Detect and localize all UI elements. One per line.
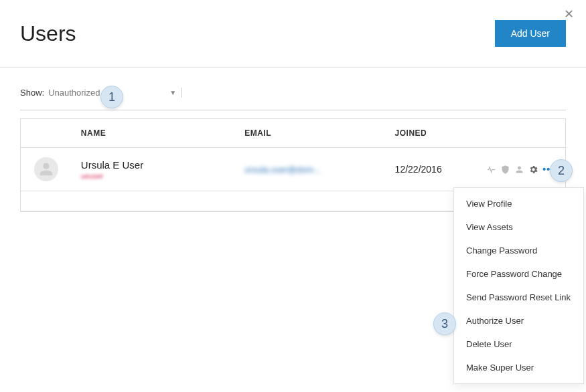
page-header: Users Add User — [0, 0, 586, 67]
menu-change-password[interactable]: Change Password — [454, 239, 583, 262]
menu-view-profile[interactable]: View Profile — [454, 192, 583, 215]
callout-3: 3 — [433, 312, 456, 335]
avatar — [34, 157, 58, 181]
col-header-name: NAME — [81, 128, 244, 138]
menu-force-password-change[interactable]: Force Password Change — [454, 262, 583, 286]
add-user-button[interactable]: Add User — [495, 20, 566, 47]
col-header-joined: JOINED — [395, 128, 486, 138]
callout-2: 2 — [550, 159, 573, 182]
user-email: ursula.user@dom... — [244, 165, 321, 175]
chevron-down-icon: ▼ — [169, 89, 176, 96]
close-icon[interactable]: ✕ — [564, 7, 574, 21]
show-label: Show: — [20, 88, 44, 98]
col-header-email: EMAIL — [244, 128, 394, 138]
menu-make-super-user[interactable]: Make Super User — [454, 356, 583, 379]
shield-icon[interactable] — [500, 165, 510, 175]
person-icon[interactable] — [514, 165, 524, 175]
menu-view-assets[interactable]: View Assets — [454, 215, 583, 239]
row-actions-menu: View Profile View Assets Change Password… — [453, 187, 584, 384]
user-joined: 12/22/2016 — [395, 164, 442, 175]
menu-delete-user[interactable]: Delete User — [454, 332, 583, 356]
row-actions: ••• — [485, 164, 555, 175]
gear-icon[interactable] — [528, 165, 538, 175]
menu-authorize-user[interactable]: Authorize User — [454, 309, 583, 332]
user-name-sub: ueuser — [81, 172, 244, 180]
table-header: NAME EMAIL JOINED — [21, 119, 565, 148]
table-row: Ursula E User ueuser ursula.user@dom... … — [21, 148, 565, 191]
menu-send-password-reset[interactable]: Send Password Reset Link — [454, 286, 583, 309]
activity-icon[interactable] — [486, 165, 496, 175]
user-name: Ursula E User — [81, 159, 244, 171]
filter-selected-value: Unauthorized — [48, 88, 100, 98]
callout-1: 1 — [100, 86, 123, 108]
page-title: Users — [20, 21, 76, 46]
